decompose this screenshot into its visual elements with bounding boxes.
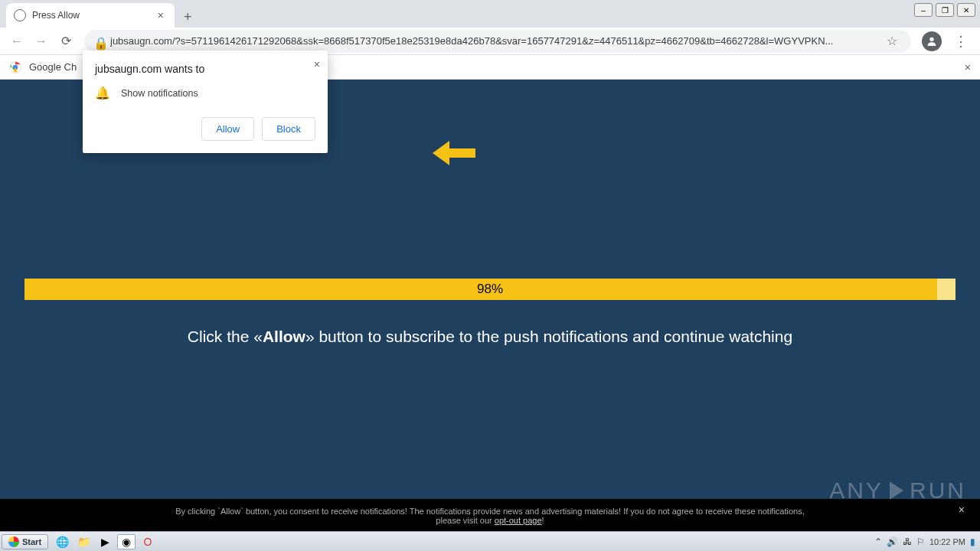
dialog-title: jubsaugn.com wants to xyxy=(95,63,315,75)
volume-icon[interactable]: 🔊 xyxy=(887,536,898,547)
play-icon xyxy=(890,481,903,500)
permission-row: 🔔 Show notifications xyxy=(95,86,315,100)
browser-tab[interactable]: Press Allow × xyxy=(6,3,175,28)
maximize-button[interactable]: ❐ xyxy=(936,3,954,17)
globe-icon xyxy=(14,9,26,21)
address-bar[interactable]: 🔒 jubsaugn.com/?s=5711961426171292068&ss… xyxy=(84,30,911,53)
chevron-up-icon[interactable]: ⌃ xyxy=(874,536,882,547)
close-tab-icon[interactable]: × xyxy=(155,9,167,21)
consent-close-icon[interactable]: × xyxy=(959,504,965,516)
forward-button[interactable]: → xyxy=(31,31,52,52)
progress-percent: 98% xyxy=(24,279,956,300)
new-tab-button[interactable]: + xyxy=(175,6,201,28)
permission-label: Show notifications xyxy=(121,88,198,99)
bookmark-star-icon[interactable]: ☆ xyxy=(882,34,902,48)
network-icon[interactable]: 🖧 xyxy=(903,536,912,547)
progress-bar: 98% xyxy=(24,279,956,300)
show-desktop[interactable]: ▮ xyxy=(970,536,975,547)
opera-icon[interactable]: O xyxy=(139,534,157,549)
notification-permission-dialog: × jubsaugn.com wants to 🔔 Show notificat… xyxy=(83,51,328,153)
allow-button[interactable]: Allow xyxy=(201,117,254,141)
back-button[interactable]: ← xyxy=(6,31,28,52)
block-button[interactable]: Block xyxy=(262,117,315,141)
ie-icon[interactable]: 🌐 xyxy=(53,534,71,549)
chrome-icon xyxy=(9,61,21,73)
minimize-button[interactable]: – xyxy=(914,3,933,17)
quick-launch: 🌐 📁 ▶ ◉ O xyxy=(53,534,157,549)
tab-strip: Press Allow × + – ❐ ✕ xyxy=(0,0,980,28)
infobar-text: Google Ch xyxy=(29,61,77,73)
dialog-buttons: Allow Block xyxy=(95,117,315,141)
consent-banner: By clicking `Allow` button, you consent … xyxy=(0,499,980,531)
url-text: jubsaugn.com/?s=5711961426171292068&ssk=… xyxy=(110,35,882,47)
taskbar: Start 🌐 📁 ▶ ◉ O ⌃ 🔊 🖧 ⚐ 10:22 PM ▮ xyxy=(0,531,980,551)
flag-icon[interactable]: ⚐ xyxy=(916,536,925,547)
progress-area: 98% Click the «Allow» button to subscrib… xyxy=(24,279,956,346)
lock-icon: 🔒 xyxy=(93,36,104,47)
person-icon xyxy=(926,35,938,47)
windows-icon xyxy=(8,536,19,547)
window-controls: – ❐ ✕ xyxy=(914,3,975,17)
chrome-menu-button[interactable]: ⋮ xyxy=(948,33,974,50)
explorer-icon[interactable]: 📁 xyxy=(74,534,93,549)
svg-point-0 xyxy=(929,37,933,41)
start-button[interactable]: Start xyxy=(2,534,48,549)
system-tray: ⌃ 🔊 🖧 ⚐ 10:22 PM ▮ xyxy=(870,536,980,547)
arrow-left-icon xyxy=(433,139,475,174)
dialog-close-icon[interactable]: × xyxy=(314,58,320,70)
media-icon[interactable]: ▶ xyxy=(96,534,114,549)
chrome-taskbar-icon[interactable]: ◉ xyxy=(117,534,136,549)
opt-out-link[interactable]: opt-out page xyxy=(495,516,542,525)
reload-button[interactable]: ⟳ xyxy=(55,31,77,52)
tab-title: Press Allow xyxy=(32,10,155,21)
instruction-text: Click the «Allow» button to subscribe to… xyxy=(24,328,956,346)
profile-button[interactable] xyxy=(922,31,942,51)
clock[interactable]: 10:22 PM xyxy=(929,537,965,546)
bell-icon: 🔔 xyxy=(95,86,110,100)
infobar-close-icon[interactable]: × xyxy=(965,61,971,73)
close-window-button[interactable]: ✕ xyxy=(957,3,975,17)
